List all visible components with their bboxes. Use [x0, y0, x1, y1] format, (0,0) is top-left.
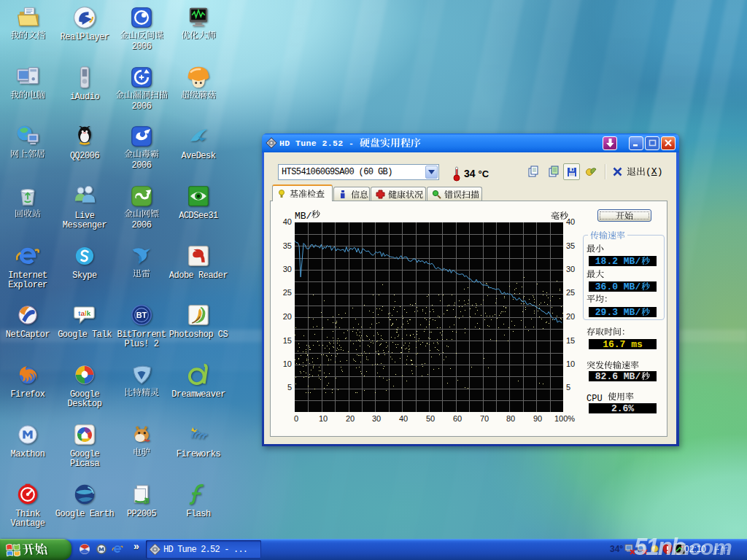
svg-text:BT: BT	[136, 311, 147, 319]
svg-text:talk: talk	[78, 309, 91, 317]
